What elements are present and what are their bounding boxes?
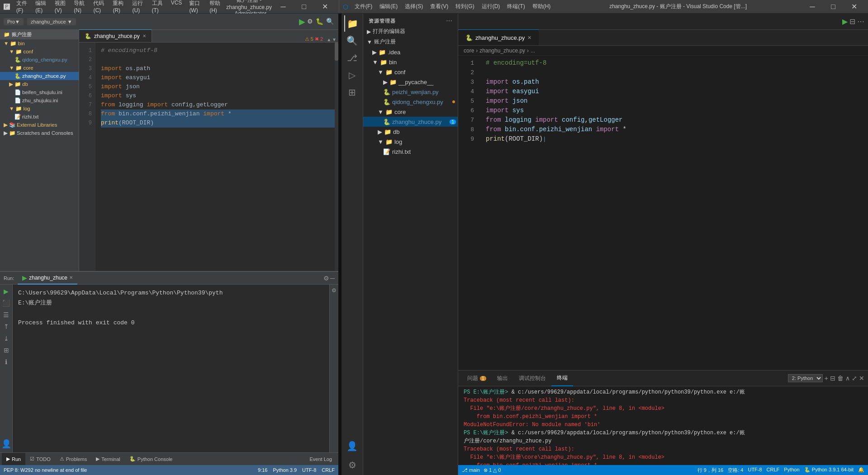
vsc-menu-edit[interactable]: 编辑(E) <box>376 2 401 11</box>
run-tab-zhanghu[interactable]: ▶ zhanghu_zhuce ✕ <box>18 272 77 285</box>
menu-code[interactable]: 代码(C) <box>90 0 109 14</box>
debug-button[interactable]: 🐛 <box>315 17 324 27</box>
panel-tab-problems[interactable]: 问题 1 <box>462 370 492 386</box>
run-filter-button[interactable]: ☰ <box>2 310 10 320</box>
menu-window[interactable]: 窗口(W) <box>185 0 206 14</box>
vsc-tree-bin[interactable]: ▼📁bin <box>363 57 458 67</box>
terminal-chevron-up-icon[interactable]: ∧ <box>845 375 850 382</box>
minimize-button-right[interactable]: ─ <box>802 0 823 14</box>
run-settings-icon[interactable]: ⚙ <box>323 275 329 282</box>
terminal-maximize-icon[interactable]: ⤢ <box>852 375 857 382</box>
run-scroll-top-button[interactable]: ⤒ <box>2 322 10 332</box>
scroll-up-icon[interactable]: ▲ <box>327 37 331 42</box>
menu-help[interactable]: 帮助(H) <box>206 0 225 14</box>
menu-nav[interactable]: 导航(N) <box>70 0 90 14</box>
open-editors-section[interactable]: ▶打开的编辑器 <box>363 26 458 37</box>
menu-vcs[interactable]: VCS <box>167 0 186 14</box>
scroll-down-icon[interactable]: ▼ <box>332 37 337 42</box>
vsc-menu-select[interactable]: 选择(S) <box>401 2 427 11</box>
sidebar-item-core[interactable]: ▼📁core <box>0 64 79 72</box>
pycharm-run-config[interactable]: zhanghu_zhuce ▼ <box>27 18 76 25</box>
run-info-button[interactable]: ℹ <box>4 357 9 367</box>
sidebar-item-db[interactable]: ▶📁db <box>0 80 79 88</box>
build-button[interactable]: ⚙ <box>306 17 314 27</box>
vsc-menu-file[interactable]: 文件(F) <box>351 2 376 11</box>
minimize-button-left[interactable]: ─ <box>273 0 294 14</box>
sidebar-item-zhanghu[interactable]: 🐍zhanghu_zhuce.py <box>0 72 79 80</box>
vscode-tab-zhanghu[interactable]: 🐍 zhanghu_zhuce.py ✕ <box>458 29 539 45</box>
vsc-menu-view[interactable]: 查看(V) <box>427 2 452 11</box>
project-section[interactable]: ▼账户注册 <box>363 37 458 47</box>
vscode-bell-icon[interactable]: 🔔 <box>858 467 864 474</box>
tab-problems[interactable]: ⚠Problems <box>55 453 91 466</box>
close-button-left[interactable]: ✕ <box>314 0 335 14</box>
explorer-more-icon[interactable]: ⋯ <box>446 17 452 24</box>
editor-tab-zhanghu[interactable]: 🐍 zhanghu_zhuce.py ✕ <box>79 29 152 42</box>
vsc-tree-peizhi[interactable]: 🐍peizhi_wenjian.py <box>363 87 458 97</box>
vscode-language[interactable]: Python <box>784 467 799 474</box>
sidebar-item-zhu[interactable]: 📄zhu_shujuku.ini <box>0 96 79 104</box>
activity-account[interactable]: 👤 <box>344 438 360 454</box>
menu-run[interactable]: 运行(U) <box>128 0 148 14</box>
terminal-dropdown[interactable]: 2: Python <box>788 374 823 382</box>
sidebar-item-external-libs[interactable]: ▶📚External Libraries <box>0 121 79 129</box>
vsc-tree-conf[interactable]: ▼📁conf <box>363 67 458 77</box>
sidebar-item-scratches[interactable]: ▶📁Scratches and Consoles <box>0 129 79 137</box>
sidebar-item-log[interactable]: ▼📁log <box>0 104 79 113</box>
activity-search[interactable]: 🔍 <box>344 33 360 49</box>
sidebar-item-beifen[interactable]: 📄beifen_shujulu.ini <box>0 88 79 96</box>
terminal-split-icon[interactable]: ⊟ <box>830 375 835 382</box>
maximize-button-left[interactable]: □ <box>294 0 314 14</box>
vsc-split-editor[interactable]: ⊟ <box>849 17 855 26</box>
run-close-icon[interactable]: ─ <box>330 275 335 282</box>
vsc-tree-zhanghu[interactable]: 🐍zhanghu_zhuce.py 1 <box>363 117 458 127</box>
sidebar-item-bin[interactable]: ▼📁bin <box>0 39 79 48</box>
search-everywhere[interactable]: 🔍 <box>325 17 335 27</box>
vscode-position[interactable]: 行 9，列 16 <box>697 467 723 474</box>
terminal-output[interactable]: PS E:\账户注册> & c:/users/99629/appdata/loc… <box>458 386 868 465</box>
vsc-run-button[interactable]: ▶ <box>842 17 848 26</box>
stop-run-button[interactable]: ⬛ <box>1 298 11 308</box>
vscode-errors[interactable]: ⊗ 1 △ 0 <box>484 467 501 473</box>
vsc-tree-pycache[interactable]: ▶📁__pycache__ <box>363 77 458 87</box>
vscode-line-ending[interactable]: CRLF <box>767 467 780 474</box>
run-avatar-button[interactable]: 👤 <box>1 439 11 448</box>
menu-tools[interactable]: 工具(T) <box>148 0 167 14</box>
close-button-right[interactable]: ✕ <box>844 0 864 14</box>
restart-run-button[interactable]: ▶ <box>2 286 10 296</box>
vscode-branch-icon[interactable]: ⎇ main <box>462 467 480 473</box>
activity-explorer[interactable]: 📁 <box>344 15 360 32</box>
vsc-more-actions[interactable]: ⋯ <box>857 17 864 26</box>
pycharm-project-selector[interactable]: Pro▼ <box>4 18 24 25</box>
activity-run[interactable]: ▷ <box>344 67 360 83</box>
maximize-button-right[interactable]: □ <box>823 0 844 14</box>
vsc-tree-idea[interactable]: ▶📁.idea <box>363 47 458 57</box>
terminal-trash-icon[interactable]: 🗑 <box>837 375 844 382</box>
panel-tab-output[interactable]: 输出 <box>492 370 513 386</box>
panel-tab-terminal[interactable]: 终端 <box>551 370 573 386</box>
sidebar-item-rizhi[interactable]: 📝rizhi.txt <box>0 113 79 121</box>
run-scroll-bottom-button[interactable]: ⤓ <box>2 333 10 343</box>
vsc-tree-qidong[interactable]: 🐍qidong_chengxu.py <box>363 97 458 107</box>
tab-todo[interactable]: ☑TODO <box>25 453 55 466</box>
vsc-tree-db[interactable]: ▶📁db <box>363 127 458 137</box>
menu-edit[interactable]: 编辑(E) <box>32 0 51 14</box>
terminal-add-icon[interactable]: + <box>825 375 828 382</box>
vscode-spaces[interactable]: 空格: 4 <box>728 467 743 474</box>
panel-tab-debug[interactable]: 调试控制台 <box>513 370 551 386</box>
vsc-menu-run[interactable]: 运行(D) <box>478 2 504 11</box>
vscode-python-version[interactable]: 🐍 Python 3.9.1 64-bit <box>804 467 854 474</box>
run-settings-right-icon[interactable]: ⚙ <box>331 286 337 294</box>
menu-refactor[interactable]: 重构(R) <box>109 0 128 14</box>
tab-event-log[interactable]: Event Log <box>305 453 337 466</box>
activity-extensions[interactable]: ⊞ <box>344 84 360 100</box>
sidebar-item-qidong[interactable]: 🐍qidong_chengxu.py <box>0 56 79 64</box>
run-button[interactable]: ▶ <box>299 17 305 27</box>
editor-scrollbar[interactable] <box>335 43 338 271</box>
vsc-menu-help[interactable]: 帮助(H) <box>529 2 555 11</box>
activity-git[interactable]: ⎇ <box>344 50 360 66</box>
vsc-tree-rizhi[interactable]: 📝rizhi.txt <box>363 147 458 157</box>
vscode-code[interactable]: # encoding=utf-8 import os.path import e… <box>479 56 868 370</box>
tab-run[interactable]: ▶Run <box>2 453 25 466</box>
vsc-tree-log[interactable]: ▼📁log <box>363 137 458 147</box>
